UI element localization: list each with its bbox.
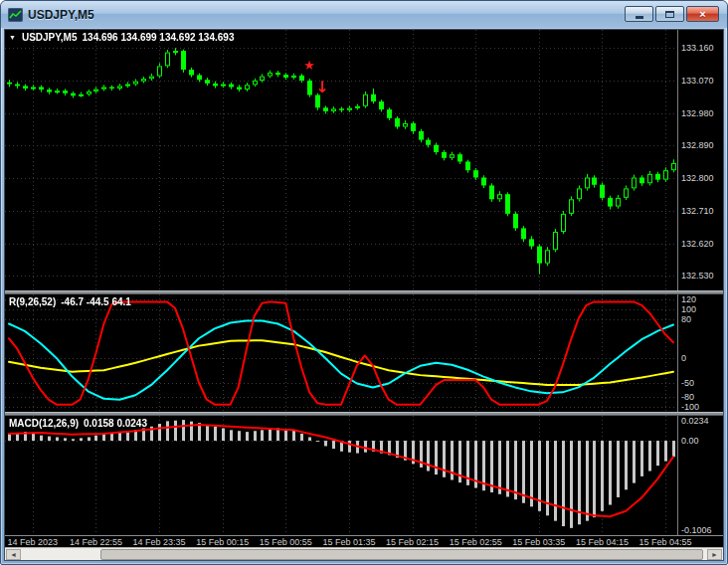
scroll-right-icon: ►	[711, 551, 718, 558]
oscillator-axis-label: -80	[681, 392, 694, 402]
ohlc-values: 134.696 134.699 134.692 134.693	[83, 32, 235, 43]
time-axis-label: 15 Feb 02:55	[450, 537, 502, 547]
macd-axis-label: -0.1006	[681, 525, 712, 535]
scrollbar-thumb[interactable]	[100, 549, 703, 560]
time-axis-label: 15 Feb 02:15	[386, 537, 439, 547]
scroll-left-button[interactable]: ◄	[6, 549, 21, 560]
price-axis-label: 132.980	[681, 108, 714, 118]
macd-axis: 0.02340.00-0.1006	[677, 416, 723, 535]
close-icon: ×	[699, 9, 705, 20]
price-axis-label: 133.160	[681, 43, 714, 53]
time-axis-label: 15 Feb 04:55	[639, 537, 692, 547]
scroll-right-button[interactable]: ►	[707, 549, 722, 560]
oscillator-axis-label: 80	[681, 314, 691, 324]
price-axis-label: 132.890	[681, 140, 714, 150]
oscillator-axis-label: 120	[681, 294, 696, 304]
time-axis-label: 15 Feb 00:15	[196, 537, 249, 547]
macd-axis-label: 0.00	[681, 436, 699, 446]
price-axis-label: 132.620	[681, 239, 714, 249]
oscillator-panel: 120100800-50-80-100 R(9,26,52) -46.7 -44…	[5, 294, 723, 412]
chart-area: 133.160133.070132.980132.890132.800132.7…	[4, 29, 724, 561]
minimize-icon	[636, 16, 643, 19]
price-axis: 133.160133.070132.980132.890132.800132.7…	[677, 30, 723, 290]
oscillator-name: R(9,26,52)	[9, 296, 56, 307]
window-title: USDJPY,M5	[28, 8, 94, 22]
maximize-icon	[665, 11, 674, 18]
one-click-trading-toggle[interactable]: ▼	[9, 34, 16, 41]
time-axis-label: 15 Feb 00:55	[260, 537, 312, 547]
oscillator-axis-label: 0	[681, 353, 686, 363]
minimize-button[interactable]	[625, 6, 653, 22]
titlebar[interactable]: USDJPY,M5 ×	[1, 1, 727, 28]
price-axis-label: 133.070	[681, 76, 714, 86]
time-axis: 14 Feb 202314 Feb 22:5514 Feb 23:3515 Fe…	[5, 535, 723, 547]
price-chart-canvas[interactable]	[5, 30, 677, 290]
time-axis-label: 14 Feb 23:35	[133, 537, 186, 547]
macd-values: 0.0158 0.0243	[84, 418, 147, 429]
time-axis-label: 14 Feb 22:55	[70, 537, 122, 547]
oscillator-axis-label: -100	[681, 402, 699, 412]
ohlc-info: ▼ USDJPY,M5 134.696 134.699 134.692 134.…	[9, 32, 234, 43]
macd-name: MACD(12,26,9)	[9, 418, 79, 429]
close-button[interactable]: ×	[686, 6, 719, 22]
oscillator-values: -46.7 -44.5 64.1	[61, 296, 131, 307]
horizontal-scrollbar[interactable]: ◄ ►	[5, 547, 723, 560]
mt4-chart-window: USDJPY,M5 × 133.160133.070132.980132.890…	[0, 0, 728, 565]
time-axis-label: 15 Feb 04:15	[576, 537, 629, 547]
oscillator-axis-label: 100	[681, 304, 696, 314]
macd-panel: 0.02340.00-0.1006 MACD(12,26,9) 0.0158 0…	[5, 416, 723, 535]
macd-axis-label: 0.0234	[681, 416, 709, 426]
window-controls: ×	[625, 6, 719, 22]
time-axis-label: 14 Feb 2023	[8, 537, 59, 547]
oscillator-info: R(9,26,52) -46.7 -44.5 64.1	[9, 296, 131, 307]
time-axis-label: 15 Feb 03:35	[512, 537, 565, 547]
macd-info: MACD(12,26,9) 0.0158 0.0243	[9, 418, 147, 429]
chart-window-icon	[8, 8, 23, 22]
price-axis-label: 132.710	[681, 206, 714, 216]
price-axis-label: 132.800	[681, 173, 714, 183]
symbol-label: USDJPY,M5	[22, 32, 78, 43]
price-axis-label: 132.530	[681, 271, 714, 281]
oscillator-axis: 120100800-50-80-100	[677, 294, 723, 412]
macd-canvas[interactable]	[5, 416, 677, 535]
maximize-button[interactable]	[655, 6, 684, 22]
price-panel: 133.160133.070132.980132.890132.800132.7…	[5, 30, 723, 290]
scroll-left-icon: ◄	[10, 551, 17, 558]
time-axis-label: 15 Feb 01:35	[322, 537, 375, 547]
oscillator-canvas[interactable]	[5, 294, 677, 412]
oscillator-axis-label: -50	[681, 378, 694, 388]
